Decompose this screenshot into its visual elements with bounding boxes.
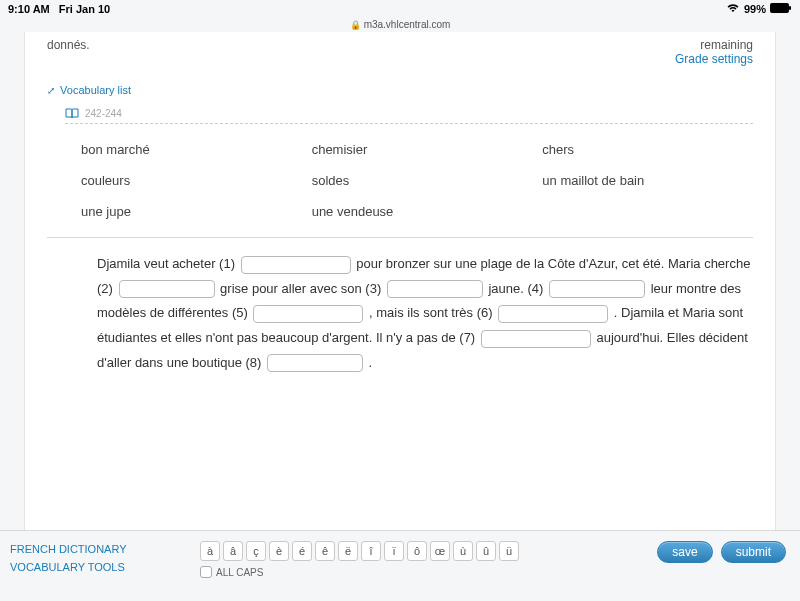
page-ref-text: 242-244 [85, 108, 122, 119]
lock-icon: 🔒 [350, 20, 361, 30]
char-btn[interactable]: ê [315, 541, 335, 561]
char-btn[interactable]: à [200, 541, 220, 561]
char-btn[interactable]: è [269, 541, 289, 561]
status-right: 99% [726, 3, 792, 15]
page-reference[interactable]: 242-244 [65, 108, 753, 124]
word-bank-item: couleurs [81, 173, 292, 188]
save-button[interactable]: save [657, 541, 712, 563]
wifi-icon [726, 3, 740, 15]
footer: FRENCH DICTIONARY VOCABULARY TOOLS à â ç… [0, 530, 800, 601]
footer-buttons: save submit [657, 541, 786, 563]
word-bank-item: chemisier [312, 142, 523, 157]
text: jaune. (4) [485, 281, 547, 296]
char-btn[interactable]: ë [338, 541, 358, 561]
word-bank-item: une jupe [81, 204, 292, 219]
battery-percent: 99% [744, 3, 766, 15]
char-btn[interactable]: ù [453, 541, 473, 561]
char-btn[interactable]: î [361, 541, 381, 561]
word-bank-item [542, 204, 753, 219]
remaining-label: remaining [675, 38, 753, 52]
vocabulary-tools-link[interactable]: VOCABULARY TOOLS [10, 559, 200, 577]
char-btn[interactable]: ç [246, 541, 266, 561]
special-char-row: à â ç è é ê ë î ï ô œ ù û ü [200, 541, 657, 561]
status-left: 9:10 AM Fri Jan 10 [8, 3, 116, 15]
word-bank-item: une vendeuse [312, 204, 523, 219]
word-bank-item: un maillot de bain [542, 173, 753, 188]
char-btn[interactable]: ü [499, 541, 519, 561]
blank-7[interactable] [481, 330, 591, 348]
vocabulary-list-link[interactable]: ⤢ Vocabulary list [47, 84, 753, 96]
all-caps-checkbox[interactable] [200, 566, 212, 578]
char-btn[interactable]: ï [384, 541, 404, 561]
blank-3[interactable] [387, 280, 483, 298]
word-bank-item: bon marché [81, 142, 292, 157]
exercise-paragraph: Djamila veut acheter (1) pour bronzer su… [47, 252, 753, 375]
footer-links: FRENCH DICTIONARY VOCABULARY TOOLS [10, 541, 200, 576]
char-btn[interactable]: ô [407, 541, 427, 561]
word-bank-item: soldes [312, 173, 523, 188]
all-caps-row: ALL CAPS [200, 566, 657, 578]
all-caps-label: ALL CAPS [216, 567, 263, 578]
address-bar: 🔒m3a.vhlcentral.com [0, 18, 800, 32]
text: , mais ils sont très (6) [365, 305, 496, 320]
address-host: m3a.vhlcentral.com [364, 19, 451, 30]
text: . [365, 355, 372, 370]
top-right: remaining Grade settings [675, 38, 753, 66]
char-btn[interactable]: û [476, 541, 496, 561]
battery-icon [770, 3, 792, 15]
expand-icon: ⤢ [47, 85, 55, 96]
blank-5[interactable] [253, 305, 363, 323]
vocab-link-label: Vocabulary list [60, 84, 131, 96]
char-btn[interactable]: œ [430, 541, 450, 561]
page-content: donnés. remaining Grade settings ⤢ Vocab… [24, 32, 776, 530]
blank-6[interactable] [498, 305, 608, 323]
status-bar: 9:10 AM Fri Jan 10 99% [0, 0, 800, 18]
blank-2[interactable] [119, 280, 215, 298]
submit-button[interactable]: submit [721, 541, 786, 563]
special-char-area: à â ç è é ê ë î ï ô œ ù û ü ALL CAPS [200, 541, 657, 578]
blank-8[interactable] [267, 354, 363, 372]
text: Djamila veut acheter (1) [97, 256, 239, 271]
book-icon [65, 108, 79, 119]
word-bank-item: chers [542, 142, 753, 157]
svg-rect-1 [789, 6, 791, 10]
blank-1[interactable] [241, 256, 351, 274]
grade-settings-link[interactable]: Grade settings [675, 52, 753, 66]
svg-rect-0 [770, 3, 789, 13]
top-row: donnés. remaining Grade settings [47, 38, 753, 66]
status-time: 9:10 AM [8, 3, 50, 15]
char-btn[interactable]: é [292, 541, 312, 561]
divider [47, 237, 753, 238]
char-btn[interactable]: â [223, 541, 243, 561]
french-dictionary-link[interactable]: FRENCH DICTIONARY [10, 541, 200, 559]
blank-4[interactable] [549, 280, 645, 298]
word-bank: bon marché chemisier chers couleurs sold… [47, 124, 753, 237]
instruction-tail: donnés. [47, 38, 90, 52]
status-date: Fri Jan 10 [59, 3, 110, 15]
text: grise pour aller avec son (3) [217, 281, 385, 296]
